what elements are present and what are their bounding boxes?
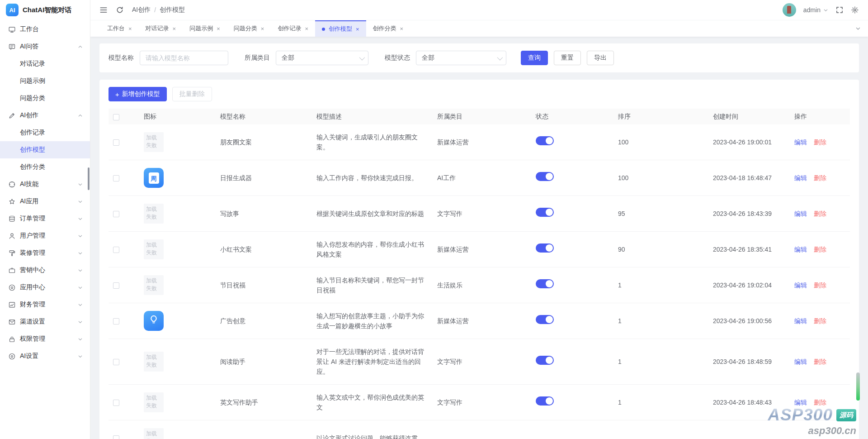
user-menu[interactable]: admin [803, 6, 828, 14]
chevron-down-icon [359, 54, 365, 60]
avatar[interactable] [783, 3, 796, 17]
close-icon[interactable]: × [217, 25, 220, 32]
sidebar-subitem-creation-categories[interactable]: 创作分类 [0, 158, 90, 176]
status-toggle[interactable] [536, 243, 554, 253]
gear-icon[interactable] [851, 6, 859, 14]
status-toggle[interactable] [536, 315, 554, 324]
edit-link[interactable]: 编辑 [794, 358, 807, 365]
tab-question-categories[interactable]: 问题分类× [227, 20, 271, 37]
sidebar-item-decoration-mgmt[interactable]: 装修管理 [0, 244, 90, 262]
delete-link[interactable]: 删除 [814, 210, 826, 217]
delete-link[interactable]: 删除 [814, 282, 826, 289]
edit-link[interactable]: 编辑 [794, 210, 807, 217]
status-select[interactable]: 全部 [416, 51, 506, 65]
model-description: 输入节日名称和关键词，帮您写一封节日祝福 [312, 267, 433, 303]
row-checkbox[interactable] [113, 435, 119, 439]
edit-link[interactable]: 编辑 [794, 246, 807, 253]
row-checkbox[interactable] [113, 282, 119, 289]
row-checkbox[interactable] [113, 211, 119, 217]
batch-delete-button[interactable]: 批量删除 [172, 87, 212, 101]
sidebar-item-ai-qa[interactable]: AI问答 [0, 38, 90, 55]
select-all-checkbox[interactable] [113, 114, 119, 120]
export-button[interactable]: 导出 [587, 51, 614, 65]
add-model-button[interactable]: + 新增创作模型 [108, 87, 167, 101]
row-checkbox[interactable] [113, 247, 119, 253]
tab-creation-records[interactable]: 创作记录× [271, 20, 315, 37]
breadcrumb-section[interactable]: AI创作 [132, 6, 151, 14]
tab-dialog-records[interactable]: 对话记录× [139, 20, 183, 37]
category-select[interactable]: 全部 [276, 51, 368, 65]
status-toggle[interactable] [536, 172, 554, 181]
close-icon[interactable]: × [356, 26, 359, 33]
row-checkbox[interactable] [113, 359, 119, 365]
tab-creation-categories[interactable]: 创作分类× [366, 20, 410, 37]
delete-link[interactable]: 删除 [814, 358, 826, 365]
fullscreen-icon[interactable] [835, 6, 844, 14]
edit-link[interactable]: 编辑 [794, 138, 807, 146]
page-scrollbar-thumb[interactable] [856, 372, 860, 401]
sidebar-item-ai-skills[interactable]: AI技能 [0, 176, 90, 193]
delete-link[interactable]: 删除 [814, 174, 826, 181]
tabs-dropdown-icon[interactable] [855, 26, 868, 31]
collapse-sidebar-icon[interactable] [99, 6, 108, 14]
edit-link[interactable]: 编辑 [794, 174, 807, 181]
delete-link[interactable]: 删除 [814, 399, 826, 406]
sidebar-subitem-question-examples[interactable]: 问题示例 [0, 72, 90, 90]
row-checkbox[interactable] [113, 175, 119, 181]
sidebar-subitem-label: 创作模型 [20, 146, 45, 154]
edit-link[interactable]: 编辑 [794, 399, 807, 406]
reset-button[interactable]: 重置 [554, 51, 581, 65]
search-button[interactable]: 查询 [521, 51, 548, 65]
sidebar-item-order-mgmt[interactable]: 订单管理 [0, 210, 90, 227]
column-header: 模型描述 [312, 109, 433, 124]
edit-link[interactable]: 编辑 [794, 317, 807, 324]
edit-link[interactable]: 编辑 [794, 282, 807, 289]
sidebar-item-ai-apps[interactable]: AI应用 [0, 193, 90, 210]
sidebar-subitem-creation-records[interactable]: 创作记录 [0, 124, 90, 141]
sidebar-subitem-dialog-records[interactable]: 对话记录 [0, 55, 90, 72]
table-row: 加载失败小红书文案输入你想发布的内容，帮你生成小红书风格文案新媒体运营90202… [108, 232, 850, 267]
sidebar-item-ai-settings[interactable]: AI设置 [0, 348, 90, 365]
status-toggle[interactable] [536, 396, 554, 406]
watermark-domain: asp300.cn [768, 425, 856, 437]
tab-creation-models[interactable]: 创作模型× [315, 20, 366, 37]
calendar-glyph: 周 [149, 172, 159, 184]
row-checkbox[interactable] [113, 318, 119, 324]
delete-link[interactable]: 删除 [814, 246, 826, 253]
sidebar-item-workbench[interactable]: 工作台 [0, 21, 90, 38]
close-icon[interactable]: × [305, 25, 308, 32]
close-icon[interactable]: × [261, 25, 264, 32]
status-toggle[interactable] [536, 208, 554, 217]
close-icon[interactable]: × [128, 25, 132, 32]
row-checkbox[interactable] [113, 400, 119, 406]
sidebar-item-marketing-center[interactable]: 营销中心 [0, 262, 90, 279]
delete-link[interactable]: 删除 [814, 138, 826, 146]
sidebar-item-channel-settings[interactable]: 渠道设置 [0, 313, 90, 330]
refresh-icon[interactable] [116, 6, 124, 14]
status-toggle[interactable] [536, 136, 554, 145]
column-header: 图标 [139, 109, 216, 124]
sidebar-item-finance-mgmt[interactable]: 财务管理 [0, 296, 90, 313]
chevron-down-icon [78, 251, 83, 256]
sidebar-item-ai-creation[interactable]: AI创作 [0, 107, 90, 124]
close-icon[interactable]: × [400, 25, 404, 32]
delete-link[interactable]: 删除 [814, 317, 826, 324]
chevron-down-icon [78, 302, 83, 307]
model-name [216, 420, 312, 439]
status-toggle[interactable] [536, 356, 554, 365]
close-icon[interactable]: × [173, 25, 176, 32]
status-toggle[interactable] [536, 279, 554, 288]
sidebar-item-app-center[interactable]: 应用中心 [0, 279, 90, 296]
sidebar-item-permission-mgmt[interactable]: 权限管理 [0, 330, 90, 348]
sidebar-item-user-mgmt[interactable]: 用户管理 [0, 227, 90, 244]
target-icon [8, 353, 16, 360]
tab-question-examples[interactable]: 问题示例× [183, 20, 227, 37]
sidebar-subitem-creation-models[interactable]: 创作模型 [0, 141, 90, 158]
row-checkbox[interactable] [113, 139, 119, 146]
sidebar-scrollbar-thumb[interactable] [88, 167, 90, 190]
model-status-cell [531, 160, 613, 196]
sidebar-subitem-question-categories[interactable]: 问题分类 [0, 90, 90, 107]
model-name-input[interactable] [140, 51, 228, 65]
tab-workbench[interactable]: 工作台× [100, 20, 139, 37]
row-select-cell [108, 232, 139, 267]
